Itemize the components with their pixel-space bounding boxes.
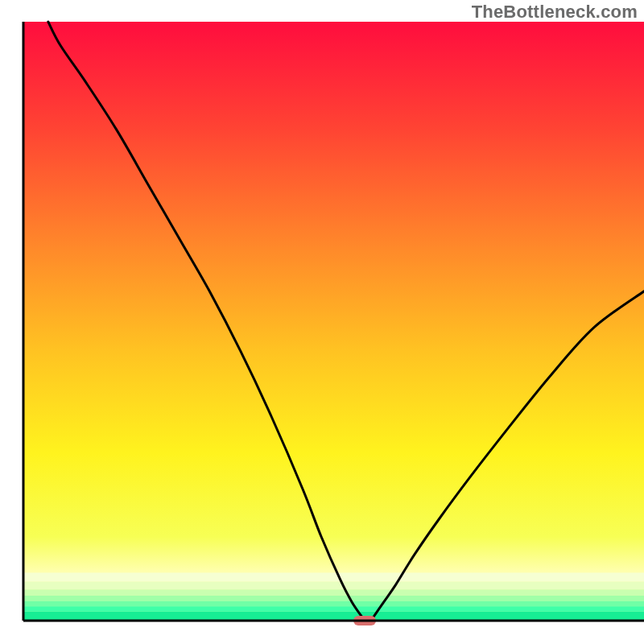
watermark-text: TheBottleneck.com [472,2,638,23]
bottom-band-row [23,606,644,612]
bottom-band-row [23,612,644,621]
bottom-band-row [23,572,644,581]
plot-background [23,22,644,621]
bottom-band-row [23,596,644,601]
bottom-band-row [23,582,644,590]
chart-svg [0,0,644,644]
bottom-band-row [23,601,644,606]
bottom-band-row [23,589,644,595]
bottleneck-chart: TheBottleneck.com [0,0,644,644]
